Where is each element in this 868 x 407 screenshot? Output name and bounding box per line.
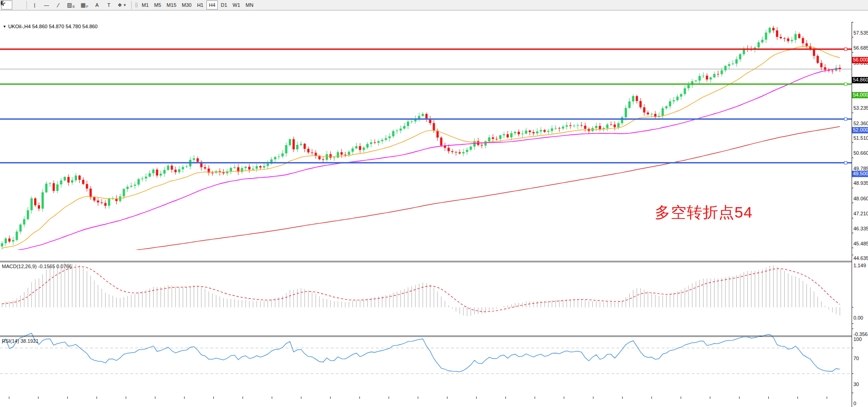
chart-text-annotation[interactable]: 多空转折点54 [655,202,753,223]
timeframe-m15-button[interactable]: M15 [164,0,179,10]
symbol-ohlc-text: UKOil-,H4 54.860 54.870 54.780 54.860 [8,24,98,29]
axis-label: 47.210 [853,211,868,216]
axis-label: 48.935 [853,181,868,186]
timeframe-h1-button[interactable]: H1 [195,0,205,10]
pane-separator [0,262,852,262]
tool-text-label-button[interactable]: T [103,0,114,10]
ma-mid-line[interactable] [2,68,840,251]
timeframe-m1-button[interactable]: M1 [139,0,151,10]
axis-label: 57.535 [853,31,868,36]
toolbar-separator [131,1,132,9]
tool-trendline-button[interactable]: ∕ [53,0,64,10]
rsi-line [2,333,840,372]
axis-price-badge: 52.000 [852,127,868,133]
timeframe-w1-button[interactable]: W1 [231,0,243,10]
axis-label: 46.335 [853,226,868,231]
hline-handle[interactable] [844,48,847,51]
timeframe-m30-button[interactable]: M30 [180,0,194,10]
timeframe-d1-button[interactable]: D1 [219,0,230,10]
axis-label: 100 [853,337,868,342]
axis-price-badge: 56.000 [852,57,868,63]
axis-label: 70 [853,356,868,361]
axis-label: 50.660 [853,151,868,156]
rsi-pane-layer[interactable] [0,333,852,374]
pane-separator [0,336,852,337]
axis-label: 53.235 [853,106,868,111]
symbol-ohlc-readout[interactable]: ▼UKOil-,H4 54.860 54.870 54.780 54.860 [3,24,98,29]
hline-handle[interactable] [844,118,847,121]
tool-text-button[interactable]: A [92,0,103,10]
tool-fibonacci-retracement-button[interactable]: ▦F [78,0,91,10]
axis-price-badge: 49.500 [852,171,868,177]
tool-equidistant-channel-button[interactable]: ▨E [65,0,77,10]
ma-slow-line[interactable] [2,127,840,265]
toolbar-drag-handle[interactable]: ⣿ [135,4,138,6]
toolbar: |—∕▨E▦FAT❖▼⣿M1M5M15M30H1H4D1W1MN [0,0,868,10]
hline-handle[interactable] [844,83,847,86]
axis-price-badge: 54.860 [852,77,868,83]
axis-label: 0 [853,401,868,406]
axis-label: 51.510 [853,136,868,141]
mt4-window: |—∕▨E▦FAT❖▼⣿M1M5M15M30H1H4D1W1MN ▼UKOil-… [0,0,868,407]
tool-horizontal-line-button[interactable]: — [41,0,52,10]
pane-separator[interactable] [0,261,852,261]
axis-price-badge: 54.000 [852,92,868,98]
toolbar-separator [26,1,27,9]
macd-indicator-label: MACD(12,26,9) -0.1565 0.0766 [2,264,72,269]
main-pane-layer[interactable] [1,26,841,265]
axis-label: 56.685 [853,46,868,51]
pane-separator[interactable] [0,336,852,336]
chart-dropdown-icon[interactable]: ▼ [3,25,6,29]
axis-label: -0.3563 [853,332,868,337]
hline-handle[interactable] [844,162,847,164]
chevron-down-icon: ▼ [123,3,127,7]
axis-label: 1.149 [853,263,868,268]
axis-label: 44.635 [853,256,868,261]
rsi-indicator-label: RSI(14) 38.1921 [2,338,39,344]
tool-arrows-button[interactable]: ❖▼ [115,0,129,10]
axis-label: 52.360 [853,121,868,126]
timeframe-h4-button[interactable]: H4 [206,0,217,10]
chart-window[interactable]: ▼UKOil-,H4 54.860 54.870 54.780 54.860 M… [0,11,868,407]
macd-pane-layer[interactable] [2,263,840,316]
timeframe-m5-button[interactable]: M5 [152,0,163,10]
timeframe-mn-button[interactable]: MN [243,0,256,10]
axis-label: 45.485 [853,241,868,246]
axis-label: 0.00 [853,315,868,321]
axis-label: 48.060 [853,196,868,201]
tool-crosshair-button[interactable] [13,0,24,10]
tool-vertical-line-button[interactable]: | [29,0,40,10]
axis-label: 30 [853,382,868,387]
